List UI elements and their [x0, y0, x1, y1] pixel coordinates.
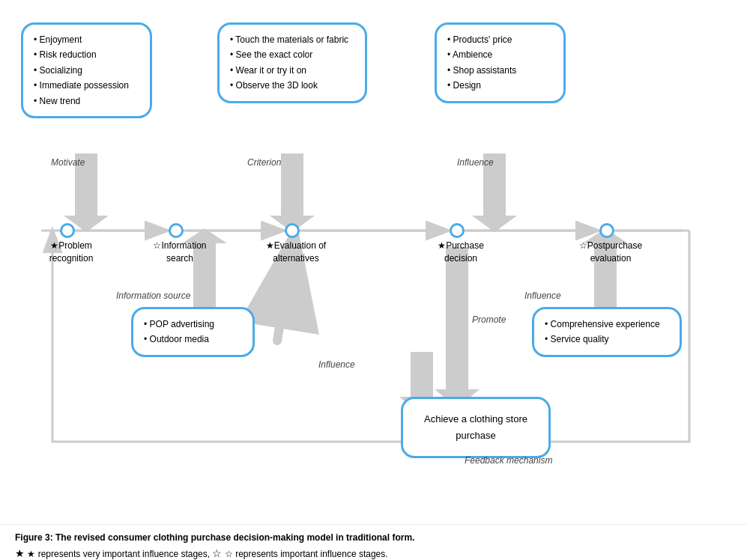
- stage-post-label: Postpurchaseevaluation: [587, 240, 642, 264]
- criterion-label: Criterion: [247, 157, 281, 168]
- influence-item-4: Design: [447, 78, 553, 93]
- figure-legend: ★ ★ represents very important influence …: [15, 545, 732, 560]
- influence-top-label: Influence: [457, 157, 494, 168]
- influence-item-3: Shop assistants: [447, 63, 553, 78]
- motivate-box: Enjoyment Risk reduction Socializing Imm…: [21, 22, 152, 118]
- influence-item-2: Ambience: [447, 47, 553, 62]
- node-postpurchase: [599, 223, 614, 238]
- influence-top-box: Products' price Ambience Shop assistants…: [435, 22, 566, 103]
- feedback-label: Feedback mechanism: [465, 455, 552, 466]
- star-info: ☆: [153, 240, 161, 251]
- stage-info-label: Informationsearch: [161, 240, 206, 264]
- info-source-item-2: Outdoor media: [144, 332, 242, 347]
- motivate-item-3: Socializing: [34, 63, 139, 78]
- motivate-label: Motivate: [51, 157, 85, 168]
- stage-problem: ★Problemrecognition: [41, 240, 101, 265]
- star-purchase: ★: [438, 240, 446, 251]
- motivate-item-5: New trend: [34, 94, 139, 109]
- fig-title-bold: Figure 3: The revised consumer clothing …: [15, 532, 414, 543]
- legend-star: ★: [15, 547, 25, 559]
- comprehensive-item-1: Comprehensive experience: [545, 317, 669, 332]
- influence-mid-label: Influence: [318, 359, 355, 370]
- comprehensive-box: Comprehensive experience Service quality: [532, 307, 682, 357]
- node-problem: [60, 223, 75, 238]
- caption-area: Figure 3: The revised consumer clothing …: [0, 524, 747, 560]
- legend-star-2: ☆: [212, 547, 222, 559]
- stage-eval: ★Evaluation ofalternatives: [258, 240, 333, 265]
- star-eval: ★: [266, 240, 274, 251]
- info-source-list: POP advertising Outdoor media: [144, 317, 242, 347]
- star-problem: ★: [50, 240, 58, 251]
- star-post: ☆: [579, 240, 587, 251]
- stage-info: ☆Informationsearch: [146, 240, 214, 265]
- promote-label: Promote: [472, 314, 506, 325]
- motivate-list: Enjoyment Risk reduction Socializing Imm…: [34, 32, 139, 109]
- node-eval: [285, 223, 300, 238]
- achieve-box: Achieve a clothing store purchase: [401, 397, 551, 458]
- svg-marker-15: [435, 247, 480, 408]
- influence-item-1: Products' price: [447, 32, 553, 47]
- info-source-label: Information source: [116, 290, 190, 301]
- stage-eval-label: Evaluation ofalternatives: [273, 240, 326, 264]
- stage-purchase: ★Purchasedecision: [427, 240, 495, 265]
- achieve-text: Achieve a clothing store purchase: [424, 413, 527, 441]
- criterion-box: Touch the materials or fabric See the ex…: [217, 22, 367, 103]
- stage-post: ☆Postpurchaseevaluation: [573, 240, 648, 265]
- motivate-item-1: Enjoyment: [34, 32, 139, 47]
- motivate-item-2: Risk reduction: [34, 47, 139, 62]
- criterion-item-4: Observe the 3D look: [230, 78, 354, 93]
- motivate-item-4: Immediate possession: [34, 78, 139, 93]
- node-purchase: [450, 223, 465, 238]
- legend-text-1: ★ represents very important influence st…: [27, 549, 210, 559]
- info-source-item-1: POP advertising: [144, 317, 242, 332]
- figure-title: Figure 3: The revised consumer clothing …: [15, 531, 732, 545]
- influence-bottom-label: Influence: [524, 290, 561, 301]
- criterion-item-3: Wear it or try it on: [230, 63, 354, 78]
- criterion-item-2: See the exact color: [230, 47, 354, 62]
- comprehensive-list: Comprehensive experience Service quality: [545, 317, 669, 347]
- node-info: [169, 223, 184, 238]
- comprehensive-item-2: Service quality: [545, 332, 669, 347]
- criterion-item-1: Touch the materials or fabric: [230, 32, 354, 47]
- diagram-container: Enjoyment Risk reduction Socializing Imm…: [0, 0, 747, 524]
- legend-text-2: ☆ represents important influence stages.: [225, 549, 388, 559]
- criterion-list: Touch the materials or fabric See the ex…: [230, 32, 354, 94]
- influence-top-list: Products' price Ambience Shop assistants…: [447, 32, 553, 94]
- info-source-box: POP advertising Outdoor media: [131, 307, 255, 357]
- stage-purchase-label: Purchasedecision: [444, 240, 484, 264]
